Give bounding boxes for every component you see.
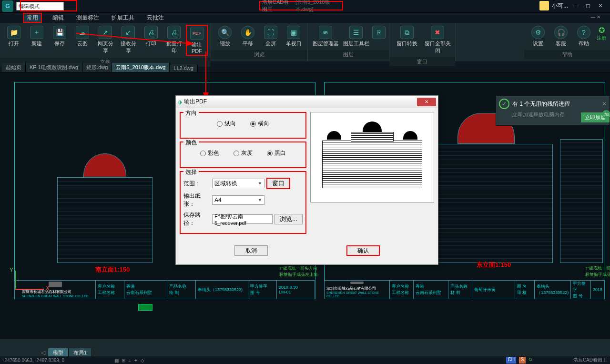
tab-rect[interactable]: 矩形.dwg — [82, 63, 112, 72]
receive-share-button[interactable]: ↙接收分享 — [117, 25, 139, 56]
tab-start[interactable]: 起始页 — [2, 63, 26, 72]
headset-icon: 🎧 — [554, 26, 568, 39]
print-button[interactable]: 🖨打印 — [140, 25, 162, 56]
title-block-2: 深圳市长城石品石材有限公司SHENZHEN GREAT WALL STONE C… — [324, 280, 605, 299]
annotation-1: ↑"板底统一箭头方向 标签贴于成品左上角 — [279, 265, 318, 278]
company-logo-icon — [350, 282, 364, 284]
new-button[interactable]: ＋新建 — [26, 25, 48, 56]
pan-icon: ✋ — [241, 26, 254, 39]
print-icon: 🖨 — [144, 26, 158, 39]
marker-icon — [138, 304, 152, 311]
status-right-text: 浩辰CAD看图王 — [573, 357, 607, 364]
export-pdf-button[interactable]: PDF输出PDF — [186, 25, 208, 56]
ime-indicator[interactable]: CH — [506, 357, 516, 364]
open-button[interactable]: 📁打开 — [3, 25, 25, 56]
help-icon: ? — [577, 26, 590, 39]
batch-print-button[interactable]: 🖨批量打印 — [163, 25, 185, 56]
app-icon[interactable]: G — [2, 0, 13, 12]
system-notification: ✓ 有 1 个无用的残留进程 ✕ 立即加速释放电脑内存 立即加速 78 — [496, 95, 610, 126]
paper-dropdown[interactable]: A4▼ — [212, 195, 264, 205]
tab-ll2[interactable]: LL2.dwg — [170, 64, 198, 72]
ribbon-group-view: 🔍缩放 ✋平移 ⛶全屏 ▣单视口 浏览 — [211, 23, 308, 61]
layer-toolbar-button[interactable]: ☰图层工具栏 — [341, 25, 371, 48]
pan-button[interactable]: ✋平移 — [237, 25, 259, 48]
viewport-button[interactable]: ▣单视口 — [283, 25, 305, 48]
grid-icon[interactable]: ▦ — [114, 358, 119, 363]
menu-bar: 常用 编辑 测量标注 扩展工具 云批注 — ✕ — [0, 12, 610, 23]
path-label: 保存路径： — [183, 211, 210, 227]
app-title: 浩辰CAD看图王 — [262, 0, 294, 13]
title-bar: G 浩辰CAD看图王 [云南5_2010版本.dwg] 小可... — ◻ ✕ — [0, 0, 610, 12]
ribbon: 📁打开 ＋新建 💾保存 ☁云图 ↗网页分享 ↙接收分享 🖨打印 🖨批量打印 PD… — [0, 23, 610, 62]
viewport-icon: ▣ — [287, 26, 300, 39]
dialog-title: 输出PDF — [184, 98, 207, 106]
label-south: 南立面1:150 — [95, 265, 130, 274]
cancel-button[interactable]: 取消 — [234, 245, 268, 256]
minimize-button[interactable]: — — [571, 2, 580, 9]
web-share-button[interactable]: ↗网页分享 — [94, 25, 116, 56]
layer-manager-button[interactable]: ≋图层管理器 — [311, 25, 340, 48]
doc-title: [云南5_2010版本.dwg] — [295, 0, 340, 13]
radio-landscape[interactable]: 横向 — [250, 120, 269, 128]
company-logo-icon — [49, 282, 62, 287]
window-button[interactable]: 窗口 — [266, 178, 290, 189]
group-label-window: 窗口 — [389, 57, 455, 66]
menu-tools[interactable]: 扩展工具 — [110, 14, 136, 22]
notif-close-icon[interactable]: ✕ — [602, 101, 607, 107]
paper-label: 输出纸张： — [183, 192, 210, 208]
ribbon-group-window: ⧉窗口转换 ✖窗口全部关闭 窗口 — [389, 23, 456, 61]
radio-bw[interactable]: 黑白 — [267, 149, 286, 157]
folder-icon: 📁 — [7, 26, 20, 39]
ortho-icon[interactable]: ⟂ — [128, 358, 131, 363]
window-switch-button[interactable]: ⧉窗口转换 — [392, 25, 422, 55]
help-button[interactable]: ?帮助 — [573, 25, 595, 48]
radio-gray[interactable]: 灰度 — [234, 149, 253, 157]
pdf-icon: PDF — [190, 27, 203, 40]
maximize-button[interactable]: ◻ — [583, 2, 593, 9]
menu-common[interactable]: 常用 — [23, 13, 42, 23]
save-button[interactable]: 💾保存 — [49, 25, 71, 56]
ribbon-group-help: ⚙设置 🎧客服 ?帮助 ✪注册 帮助 — [524, 23, 610, 61]
user-name[interactable]: 小可... — [552, 2, 568, 10]
tab-yunnan[interactable]: 云南5_2010版本.dwg — [112, 63, 170, 72]
status-s-icon[interactable]: S — [519, 357, 526, 364]
range-dropdown[interactable]: 区域转换▼ — [212, 179, 264, 188]
browse-button[interactable]: 浏览... — [274, 214, 303, 224]
coordinates: -247650.0663, -2497.8369, 0 — [3, 358, 64, 363]
zoom-button[interactable]: 🔍缩放 — [214, 25, 236, 48]
ribbon-group-layer: ≋图层管理器 ☰图层工具栏 ⎘ 图层 — [308, 23, 389, 61]
polar-icon[interactable]: ✦ — [134, 358, 138, 363]
menu-measure[interactable]: 测量标注 — [74, 14, 101, 22]
shield-icon: ✓ — [499, 99, 509, 109]
support-button[interactable]: 🎧客服 — [550, 25, 572, 48]
layer-extra-button[interactable]: ⎘ — [372, 25, 386, 48]
register-button[interactable]: ✪注册 — [596, 25, 607, 48]
cloud-button[interactable]: ☁云图 — [71, 25, 93, 56]
tab-kf1[interactable]: KF-1电缆敷设图.dwg — [26, 63, 82, 72]
window-title-highlight: 浩辰CAD看图王 [云南5_2010版本.dwg] — [259, 1, 343, 10]
ok-button[interactable]: 确认 — [346, 245, 380, 256]
document-tabs: 起始页 KF-1电缆敷设图.dwg 矩形.dwg 云南5_2010版本.dwg … — [0, 62, 610, 72]
close-all-windows-button[interactable]: ✖窗口全部关闭 — [423, 25, 452, 55]
dialog-close-button[interactable]: ✕ — [417, 98, 436, 106]
save-icon: 💾 — [53, 26, 66, 39]
user-avatar[interactable] — [539, 1, 549, 10]
zoom-icon: 🔍 — [218, 26, 232, 39]
window-switch-icon: ⧉ — [400, 26, 414, 39]
osnap-icon[interactable]: ◇ — [141, 358, 144, 363]
path-input[interactable]: F:\图纸\云南 5_recover.pdf — [212, 214, 273, 224]
settings-button[interactable]: ⚙设置 — [527, 25, 549, 48]
select-fieldset: 选择 范围： 区域转换▼ 窗口 输出纸张： A4▼ 保存路径： F:\图纸\云南… — [180, 171, 306, 234]
fullscreen-button[interactable]: ⛶全屏 — [260, 25, 282, 48]
snap-icon[interactable]: ⊞ — [122, 358, 125, 363]
status-sync-icon[interactable]: ↻ — [529, 357, 532, 364]
menu-edit[interactable]: 编辑 — [51, 14, 66, 22]
pdf-preview — [310, 112, 434, 202]
dialog-titlebar[interactable]: ⬗输出PDF ✕ — [176, 96, 438, 108]
close-button[interactable]: ✕ — [596, 2, 605, 9]
radio-color[interactable]: 彩色 — [200, 149, 219, 157]
radio-portrait[interactable]: 纵向 — [217, 120, 236, 128]
title-block-1: 深圳市长城石品石材有限公司SHENZHEN GREAT WALL STONE C… — [14, 280, 315, 299]
menu-cloud[interactable]: 云批注 — [145, 14, 166, 22]
notif-badge: 78 — [602, 110, 610, 119]
